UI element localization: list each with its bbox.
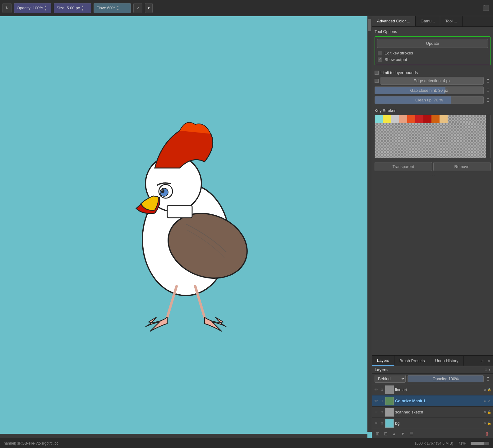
clean-up-down[interactable]: ▼ xyxy=(486,100,491,104)
canvas-background xyxy=(0,16,372,438)
gap-close-down[interactable]: ▼ xyxy=(486,91,491,94)
layer-row-scanned-sketch[interactable]: 👁 ⊡ scanned sketch α 🔒 xyxy=(372,407,493,418)
layers-list-button[interactable]: ☰ xyxy=(408,431,415,437)
layers-panel-close[interactable]: ✕ xyxy=(486,358,492,364)
limit-to-layer-row: Limit to layer bounds xyxy=(375,70,491,75)
layers-down-button[interactable]: ▼ xyxy=(399,431,406,437)
tab-brush-presets[interactable]: Brush Presets xyxy=(394,356,430,366)
opacity-down[interactable]: ▼ xyxy=(486,379,491,382)
update-button[interactable]: Update xyxy=(377,39,488,48)
layer-eye-sketch[interactable]: 👁 xyxy=(374,410,378,414)
main-area: Advanced Color ... Gamu... Tool ... Tool… xyxy=(0,16,493,438)
canvas-scrollbar-right[interactable] xyxy=(367,16,372,432)
layer-name-colorize: Colorize Mask 1 xyxy=(395,399,482,403)
show-output-row: ✓ Show output xyxy=(377,56,488,63)
edge-detection-checkbox[interactable] xyxy=(375,79,379,83)
layer-lock-line-art: 🔒 xyxy=(487,388,491,391)
key-strokes-scrollbar[interactable] xyxy=(486,115,490,158)
svg-rect-7 xyxy=(167,205,192,218)
layer-eye-line-art[interactable]: 👁 xyxy=(374,388,378,392)
edit-key-strokes-checkbox[interactable] xyxy=(378,51,382,55)
tab-tool[interactable]: Tool ... xyxy=(440,16,462,26)
show-output-checkbox[interactable]: ✓ xyxy=(378,58,382,62)
canvas-scrollbar-bottom[interactable] xyxy=(0,434,367,438)
layers-panel-settings[interactable]: ⊞ xyxy=(479,358,485,364)
layers-add-button[interactable]: ⊞ xyxy=(375,431,381,437)
limit-to-layer-label: Limit to layer bounds xyxy=(380,70,418,75)
color-swatch-cyan[interactable] xyxy=(375,115,383,123)
edge-detection-up[interactable]: ▲ xyxy=(486,77,491,81)
color-swatch-salmon[interactable] xyxy=(399,115,407,123)
edge-detection-down[interactable]: ▼ xyxy=(486,81,491,84)
layer-thumb-bg xyxy=(385,419,394,428)
layer-row-bg[interactable]: 👁 ⊡ bg α 🔒 xyxy=(372,418,493,429)
layers-options-button[interactable]: ▾ xyxy=(489,368,491,372)
layer-lock-bg: 🔒 xyxy=(487,422,491,425)
refresh-button[interactable]: ↻ xyxy=(2,3,12,13)
limit-to-layer-checkbox[interactable] xyxy=(375,71,379,75)
clean-up-label: Clean up: 70 % xyxy=(415,98,443,102)
remove-button[interactable]: Remove xyxy=(433,162,491,171)
scrollbar-thumb-vertical[interactable] xyxy=(368,19,371,31)
key-strokes-grid[interactable] xyxy=(375,115,491,158)
opacity-value: Opacity: 100% xyxy=(17,6,43,10)
flow-field[interactable]: Flow: 60% ▲ ▼ xyxy=(94,3,131,13)
status-bar: hannel) sRGB-elle-V2-srgbtrc.icc 1600 x … xyxy=(0,438,493,448)
checker-area xyxy=(448,115,490,123)
panel-tabs-top: Advanced Color ... Gamu... Tool ... xyxy=(372,16,493,27)
clean-up-row: Clean up: 70 % ▲ ▼ xyxy=(375,96,491,104)
tab-advanced-color[interactable]: Advanced Color ... xyxy=(372,16,416,26)
tab-undo-history[interactable]: Undo History xyxy=(430,356,464,366)
color-swatch-dark-red[interactable] xyxy=(423,115,431,123)
color-swatch-red[interactable] xyxy=(415,115,423,123)
clean-up-slider[interactable]: Clean up: 70 % xyxy=(375,96,484,104)
layers-copy-button[interactable]: ⊡ xyxy=(383,431,389,437)
brush-icon: ⊿ xyxy=(136,6,140,10)
color-swatch-yellow[interactable] xyxy=(383,115,391,123)
layer-alpha-bg: α xyxy=(483,422,487,425)
tab-gamu[interactable]: Gamu... xyxy=(416,16,440,26)
canvas-area[interactable] xyxy=(0,16,372,438)
layer-type-line-art: ⊡ xyxy=(380,388,384,392)
clean-up-up[interactable]: ▲ xyxy=(486,96,491,100)
opacity-field[interactable]: Opacity: 100% ▲ ▼ xyxy=(14,3,51,13)
layer-badge-colorize-1: ● xyxy=(483,399,487,403)
layers-up-button[interactable]: ▲ xyxy=(391,431,398,437)
color-swatch-orange-brown[interactable] xyxy=(431,115,440,123)
layers-opacity-value: Opacity: 100% xyxy=(432,376,459,381)
window-options-button[interactable]: ⬛ xyxy=(482,4,491,12)
gap-close-up[interactable]: ▲ xyxy=(486,87,491,90)
more-options-button[interactable]: ▾ xyxy=(145,3,153,13)
layer-eye-bg[interactable]: 👁 xyxy=(374,421,378,426)
opacity-up[interactable]: ▲ xyxy=(486,375,491,379)
transparent-button[interactable]: Transparent xyxy=(375,162,432,171)
layer-eye-colorize[interactable]: 👁 xyxy=(374,399,378,403)
layer-row-colorize-mask[interactable]: 👁 ⊡ Colorize Mask 1 ● ✕ xyxy=(372,395,493,407)
key-strokes-main-area[interactable] xyxy=(375,123,490,158)
tool-options-title: Tool Options xyxy=(375,29,491,34)
size-field[interactable]: Size: 5.00 px ▲ ▼ xyxy=(54,3,91,13)
zoom-slider[interactable] xyxy=(471,442,489,445)
layer-alpha-line-art: α xyxy=(483,388,487,391)
checkmark-icon: ✓ xyxy=(379,58,381,62)
layer-row-line-art[interactable]: 👁 ⊡ line art α 🔒 xyxy=(372,384,493,395)
color-swatch-tan[interactable] xyxy=(440,115,448,123)
edit-key-strokes-row: Edit key strokes xyxy=(377,50,488,56)
layers-opacity-slider[interactable]: Opacity: 100% xyxy=(408,375,484,382)
right-panel: Advanced Color ... Gamu... Tool ... Tool… xyxy=(372,16,493,438)
color-swatch-gray[interactable] xyxy=(391,115,399,123)
size-value: Size: 5.00 px xyxy=(57,6,80,10)
brush-options-button[interactable]: ⊿ xyxy=(133,3,142,13)
layer-thumb-sketch xyxy=(385,408,394,417)
tab-layers[interactable]: Layers xyxy=(372,356,394,366)
blend-mode-select[interactable]: Behind xyxy=(375,375,406,383)
gap-close-slider[interactable]: Gap close hint: 30 px xyxy=(375,86,484,94)
gap-close-label: Gap close hint: 30 px xyxy=(410,88,448,93)
layer-thumb-colorize xyxy=(385,397,394,405)
layer-type-sketch: ⊡ xyxy=(380,410,384,414)
key-strokes-colors-row xyxy=(375,115,490,123)
layers-delete-button[interactable]: 🗑 xyxy=(484,431,491,437)
layers-filter-button[interactable]: ⊞ xyxy=(485,368,487,372)
color-swatch-orange-red[interactable] xyxy=(407,115,415,123)
edge-detection-slider[interactable]: Edge detection: 4 px xyxy=(380,77,484,85)
